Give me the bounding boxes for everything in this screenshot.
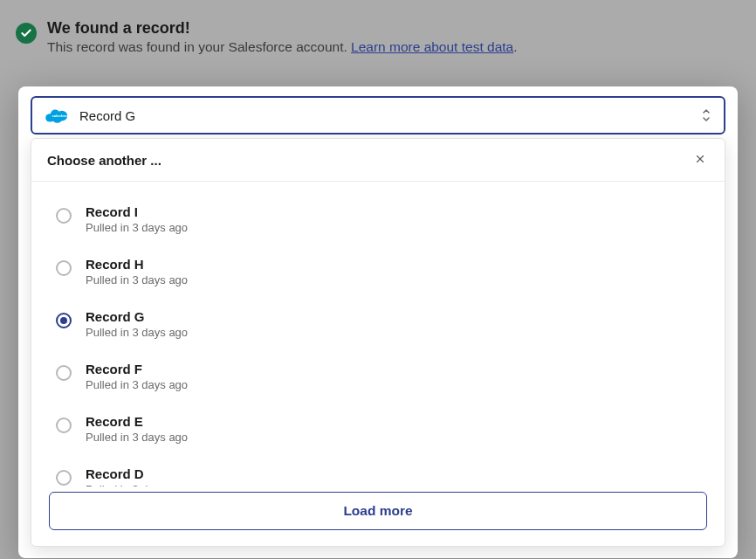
record-subtext: Pulled in 3 days ago (86, 431, 188, 444)
record-name: Record H (86, 257, 188, 272)
record-subtext: Pulled in 3 days ago (86, 221, 188, 234)
record-subtext: Pulled in 3 days ago (86, 483, 188, 487)
records-list[interactable]: Record IPulled in 3 days agoRecord HPull… (31, 182, 725, 487)
salesforce-icon: salesforce (45, 107, 69, 124)
radio-icon[interactable] (56, 313, 72, 328)
load-more-button[interactable]: Load more (49, 492, 707, 530)
record-dropdown-panel: Choose another ... Record IPulled in 3 d… (31, 138, 725, 547)
radio-icon[interactable] (56, 208, 72, 224)
record-name: Record I (86, 204, 188, 219)
svg-text:salesforce: salesforce (52, 114, 69, 118)
dropdown-header: Choose another ... (31, 139, 725, 182)
record-subtext: Pulled in 3 days ago (86, 326, 188, 339)
found-record-banner: We found a record! This record was found… (16, 19, 740, 55)
record-name: Record G (86, 309, 188, 324)
radio-icon[interactable] (56, 418, 72, 433)
list-item[interactable]: Record IPulled in 3 days ago (51, 197, 705, 250)
check-circle-icon (16, 23, 37, 44)
record-picker-modal: salesforce Record G Choose another ... R… (18, 86, 738, 558)
record-name: Record F (86, 362, 188, 376)
banner-subtext: This record was found in your Salesforce… (47, 39, 518, 55)
record-subtext: Pulled in 3 days ago (86, 378, 188, 391)
list-item[interactable]: Record GPulled in 3 days ago (51, 302, 705, 355)
radio-icon[interactable] (56, 470, 72, 486)
list-item[interactable]: Record DPulled in 3 days ago (51, 459, 705, 487)
record-subtext: Pulled in 3 days ago (86, 273, 188, 286)
list-item[interactable]: Record EPulled in 3 days ago (51, 407, 705, 459)
chevron-up-down-icon (699, 107, 713, 124)
record-name: Record D (86, 466, 188, 481)
close-icon (694, 153, 706, 168)
list-item[interactable]: Record HPulled in 3 days ago (51, 250, 705, 302)
close-button[interactable] (691, 151, 709, 169)
selected-record-label: Record G (79, 108, 135, 123)
dropdown-title: Choose another ... (47, 153, 162, 168)
record-selector[interactable]: salesforce Record G (31, 96, 725, 135)
list-item[interactable]: Record FPulled in 3 days ago (51, 355, 705, 407)
record-name: Record E (86, 414, 188, 429)
learn-more-link[interactable]: Learn more about test data (351, 39, 513, 54)
radio-icon[interactable] (56, 365, 72, 381)
banner-heading: We found a record! (47, 19, 518, 38)
dropdown-footer: Load more (31, 487, 725, 546)
radio-icon[interactable] (56, 260, 72, 276)
